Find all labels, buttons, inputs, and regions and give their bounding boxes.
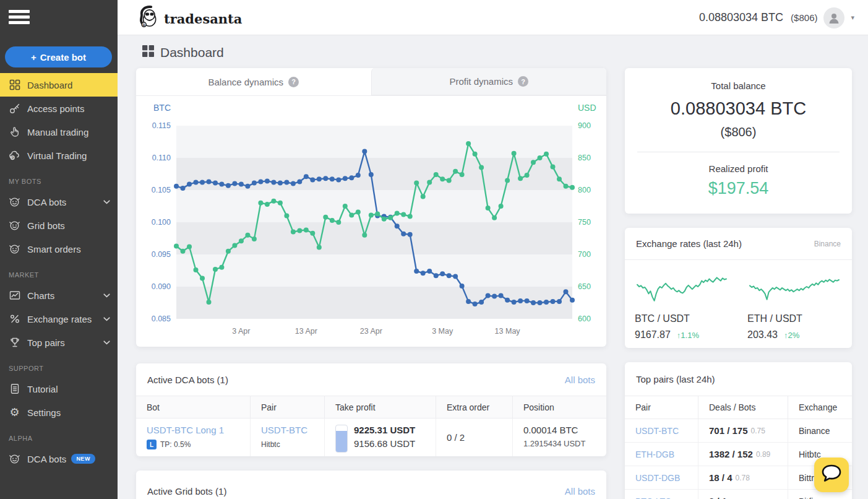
help-icon[interactable]: ? (518, 76, 528, 87)
sidebar-section-support: SUPPORT (0, 354, 118, 377)
sidebar-item-top-pairs[interactable]: Top pairs (0, 331, 118, 354)
total-balance-usd: ($806) (625, 125, 852, 139)
rate-pair-label: BTC / USDT (635, 313, 729, 324)
page-title-label: Dashboard (160, 45, 224, 60)
logo[interactable]: B tradesanta (137, 6, 242, 32)
sidebar: + Create bot Dashboard Access points (0, 0, 118, 499)
sidebar-item-label: Grid bots (27, 220, 65, 231)
sidebar-item-access-points[interactable]: Access points (0, 97, 118, 120)
tab-balance-dynamics[interactable]: Balance dynamics ? (136, 68, 371, 95)
deals-bots-value: 18 / 4 (709, 472, 733, 483)
balance-dynamics-card: Balance dynamics ? Profit dynamics ? BTC… (136, 68, 606, 347)
svg-text:13 Apr: 13 Apr (295, 327, 317, 336)
sidebar-item-label: Smart orders (27, 244, 81, 254)
chat-widget-button[interactable] (814, 458, 849, 492)
sidebar-item-charts[interactable]: Charts (0, 284, 118, 307)
avatar[interactable] (823, 7, 844, 28)
take-profit-progress-bar (335, 425, 348, 453)
long-badge: L (147, 440, 157, 449)
table-row: USDT-BTC 701 / 1750.75 Binance (625, 419, 852, 443)
col-header-position: Position (512, 396, 606, 418)
col-header-pair: Pair (625, 396, 698, 419)
sidebar-item-manual-trading[interactable]: Manual trading (0, 120, 118, 144)
pair-link[interactable]: ETH-DGB (635, 449, 674, 459)
sidebar-item-grid-bots[interactable]: Grid bots (0, 214, 118, 237)
svg-text:B: B (143, 23, 145, 27)
bot-face-icon (9, 453, 20, 465)
svg-text:850: 850 (578, 154, 591, 162)
svg-text:3 May: 3 May (432, 327, 453, 336)
svg-text:0.095: 0.095 (152, 250, 171, 259)
chart-tabs: Balance dynamics ? Profit dynamics ? (136, 68, 606, 96)
total-balance-card: Total balance 0.08803034 BTC ($806) Real… (625, 68, 852, 214)
plus-icon: + (31, 52, 37, 63)
tab-profit-dynamics[interactable]: Profit dynamics ? (371, 68, 607, 95)
balance-dynamics-chart: BTCUSD0.1150.1100.1050.1000.0950.0900.08… (136, 96, 606, 347)
svg-text:0.110: 0.110 (152, 154, 171, 162)
col-header-deals-bots: Deals / Bots (698, 396, 788, 419)
exchange-rates-source: Binance (814, 240, 841, 248)
rate-change: 1.1% (681, 331, 699, 340)
percent-icon (9, 313, 20, 325)
svg-text:800: 800 (578, 186, 591, 194)
pair-link[interactable]: USDT-BTC (635, 426, 679, 436)
chevron-down-icon (103, 200, 110, 204)
chevron-down-icon (103, 341, 110, 345)
left-axis-title: BTC (153, 103, 171, 113)
help-icon[interactable]: ? (288, 77, 299, 87)
svg-text:B: B (11, 156, 14, 160)
svg-text:650: 650 (578, 282, 591, 291)
pair-link[interactable]: USDT-DGB (635, 473, 680, 483)
svg-text:0.090: 0.090 (152, 282, 171, 291)
take-profit-setting: TP: 0.5% (160, 440, 191, 449)
hand-icon (9, 126, 20, 138)
bot-name-link[interactable]: USDT-BTC Long 1 (147, 425, 250, 435)
svg-text:0.100: 0.100 (152, 218, 171, 227)
total-balance-label: Total balance (625, 80, 852, 91)
sidebar-item-label: Settings (27, 407, 61, 418)
account-caret-icon[interactable]: ▾ (851, 14, 854, 22)
sidebar-item-smart-orders[interactable]: Smart orders (0, 237, 118, 261)
sidebar-item-settings[interactable]: ⚙ Settings (0, 401, 118, 424)
eth-usdt-sparkline (747, 266, 841, 311)
sidebar-nav: Dashboard Access points Manual trading B… (0, 73, 118, 471)
sidebar-item-dashboard[interactable]: Dashboard (0, 73, 118, 97)
svg-text:0.085: 0.085 (152, 315, 171, 323)
svg-text:700: 700 (578, 250, 591, 259)
active-dca-bots-card: Active DCA bots (1) All bots Bot Pair Ta… (136, 363, 606, 456)
col-header-extra-order: Extra order (436, 396, 512, 418)
chat-bubble-icon (820, 464, 843, 486)
realized-profit-value: $197.54 (625, 179, 852, 198)
rate-block-eth-usdt: ETH / USDT 203.43 ↑2% (747, 266, 841, 341)
pair-link[interactable]: BTC-LTC (635, 497, 671, 499)
tab-label: Balance dynamics (208, 77, 283, 87)
header-balance-btc: 0.08803034 BTC (699, 11, 783, 24)
sidebar-item-dca-bots-new[interactable]: DCA bots NEW (0, 447, 118, 471)
bot-face-icon (9, 220, 20, 232)
sidebar-item-label: Manual trading (27, 127, 88, 137)
sidebar-item-exchange-rates[interactable]: Exchange rates (0, 307, 118, 331)
sidebar-item-dca-bots[interactable]: DCA bots (0, 190, 118, 214)
sidebar-item-virtual-trading[interactable]: B Virtual Trading (0, 144, 118, 167)
key-icon (9, 103, 20, 115)
deals-bots-value: 701 / 175 (709, 425, 748, 436)
sidebar-item-tutorial[interactable]: Tutorial (0, 377, 118, 401)
col-header-bot: Bot (136, 396, 250, 418)
pair-link[interactable]: USDT-BTC (261, 425, 324, 435)
page-title: Dashboard (142, 45, 224, 60)
svg-text:600: 600 (578, 315, 591, 323)
hamburger-menu-icon[interactable] (9, 10, 30, 26)
realized-profit-label: Realized profit (625, 163, 852, 174)
current-price: 9156.68 USDT (354, 438, 415, 449)
active-grid-bots-card: Active Grid bots (1) All bots (136, 471, 606, 499)
topbar: B tradesanta 0.08803034 BTC ($806) ▾ (118, 0, 868, 35)
position-usdt: 1.2915434 USDT (523, 439, 606, 448)
svg-text:0.115: 0.115 (152, 121, 171, 130)
all-dca-bots-link[interactable]: All bots (565, 375, 595, 385)
exchange-name: Hitbtc (261, 440, 324, 449)
chevron-down-icon (103, 293, 110, 298)
document-icon (9, 383, 20, 395)
header-balance-usd: ($806) (791, 12, 817, 23)
all-grid-bots-link[interactable]: All bots (565, 486, 595, 497)
create-bot-button[interactable]: + Create bot (5, 46, 112, 67)
